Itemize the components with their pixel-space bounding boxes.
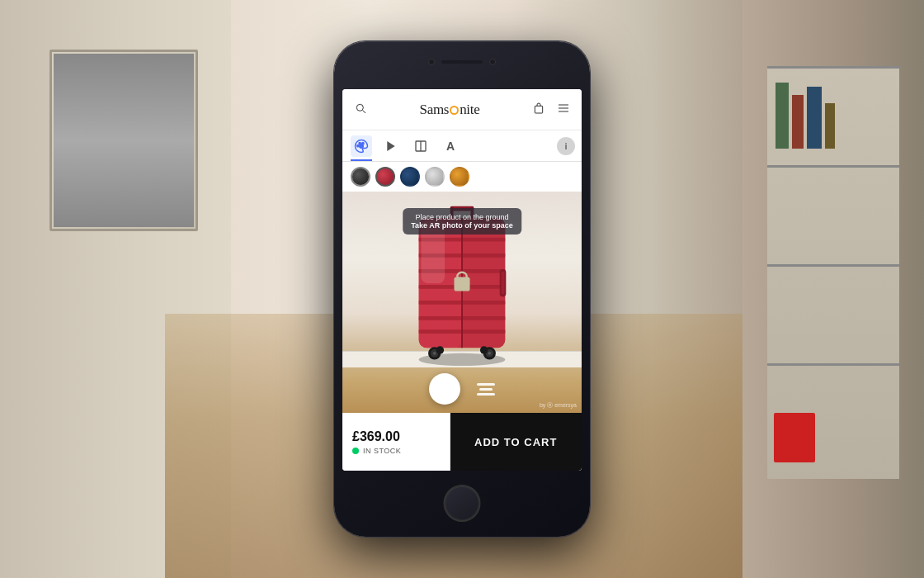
svg-point-0 <box>356 104 363 111</box>
stock-text: IN STOCK <box>363 447 401 455</box>
active-tab-indicator <box>351 159 372 161</box>
add-to-cart-button[interactable]: ADD TO CART <box>450 413 582 471</box>
svg-rect-2 <box>535 106 542 113</box>
ar-view: Place product on the ground Take AR phot… <box>342 192 582 413</box>
color-swatch-black[interactable] <box>351 167 370 187</box>
info-button[interactable]: i <box>557 137 575 155</box>
menu-icon[interactable] <box>557 102 570 118</box>
brand-logo: Samsnite <box>420 102 480 118</box>
nav-right-icons <box>532 102 570 118</box>
ar-hint-line1: Place product on the ground <box>411 213 513 221</box>
svg-rect-30 <box>502 272 505 295</box>
bookshelf <box>767 66 899 479</box>
svg-line-1 <box>363 110 365 112</box>
svg-point-9 <box>362 142 364 144</box>
ar-toolbar: A i <box>342 130 582 162</box>
split-view-button[interactable] <box>410 135 431 157</box>
phone-shell: Samsnite <box>334 41 590 537</box>
ar-mode-button[interactable] <box>351 135 372 157</box>
svg-point-36 <box>488 352 491 355</box>
ar-adjust-icon[interactable] <box>477 383 495 396</box>
ar-capture-button[interactable] <box>429 373 460 405</box>
color-swatch-silver[interactable] <box>425 167 445 187</box>
ar-controls <box>429 373 495 405</box>
color-swatches-toolbar <box>342 162 582 192</box>
sensor <box>489 59 496 65</box>
svg-point-37 <box>436 346 445 354</box>
color-swatch-gold[interactable] <box>450 167 469 187</box>
svg-point-8 <box>359 142 361 144</box>
svg-rect-27 <box>454 277 469 291</box>
bag-icon[interactable] <box>532 102 545 118</box>
annotation-button[interactable]: A <box>440 135 461 157</box>
price-section: £369.00 IN STOCK <box>342 413 450 471</box>
wall-art-inner <box>54 54 194 227</box>
ar-hint-line2: Take AR photo of your space <box>411 221 513 230</box>
emersya-watermark: by ⓔ emersya <box>540 401 577 410</box>
phone-screen: Samsnite <box>342 89 582 471</box>
ar-hint-tooltip: Place product on the ground Take AR phot… <box>403 208 521 235</box>
front-camera <box>428 59 435 65</box>
product-price: £369.00 <box>352 429 440 444</box>
color-swatch-red[interactable] <box>375 167 395 187</box>
svg-point-7 <box>357 144 359 146</box>
stock-indicator: IN STOCK <box>352 447 440 455</box>
play-button[interactable] <box>380 135 402 157</box>
color-swatch-navy[interactable] <box>400 167 420 187</box>
speaker <box>441 60 483 64</box>
home-button[interactable] <box>444 485 481 522</box>
app-bottom-bar: £369.00 IN STOCK ADD TO CART <box>342 413 582 471</box>
phone: Samsnite <box>334 41 590 537</box>
app-navbar: Samsnite <box>342 89 582 130</box>
svg-marker-10 <box>387 141 394 151</box>
phone-top-bar <box>412 56 512 68</box>
svg-point-38 <box>480 346 488 354</box>
svg-point-33 <box>433 352 436 355</box>
stock-dot <box>352 448 359 454</box>
search-icon[interactable] <box>354 102 367 118</box>
